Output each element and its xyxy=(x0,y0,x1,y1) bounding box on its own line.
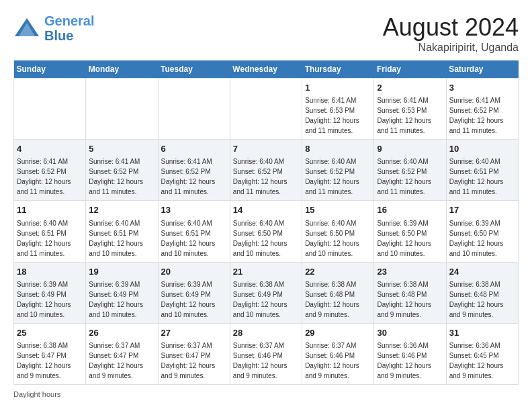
page-title: August 2024 xyxy=(383,13,519,42)
day-info: Sunrise: 6:40 AM Sunset: 6:50 PM Dayligh… xyxy=(305,220,359,257)
day-number: 5 xyxy=(89,143,154,155)
calendar-cell: 3Sunrise: 6:41 AM Sunset: 6:52 PM Daylig… xyxy=(446,79,518,140)
day-info: Sunrise: 6:41 AM Sunset: 6:52 PM Dayligh… xyxy=(17,158,71,195)
calendar-cell: 5Sunrise: 6:41 AM Sunset: 6:52 PM Daylig… xyxy=(86,140,158,201)
footer-text: Daylight hours xyxy=(13,390,60,398)
day-number: 11 xyxy=(17,204,83,216)
calendar-cell: 21Sunrise: 6:38 AM Sunset: 6:49 PM Dayli… xyxy=(230,262,302,323)
day-header-thursday: Thursday xyxy=(302,60,374,79)
week-row-4: 18Sunrise: 6:39 AM Sunset: 6:49 PM Dayli… xyxy=(14,262,519,323)
day-number: 21 xyxy=(233,266,299,278)
day-info: Sunrise: 6:41 AM Sunset: 6:52 PM Dayligh… xyxy=(449,97,504,134)
day-info: Sunrise: 6:39 AM Sunset: 6:50 PM Dayligh… xyxy=(377,220,431,257)
calendar-cell: 27Sunrise: 6:37 AM Sunset: 6:47 PM Dayli… xyxy=(158,323,230,384)
calendar-cell: 17Sunrise: 6:39 AM Sunset: 6:50 PM Dayli… xyxy=(446,201,518,262)
calendar-cell: 16Sunrise: 6:39 AM Sunset: 6:50 PM Dayli… xyxy=(374,201,446,262)
day-info: Sunrise: 6:37 AM Sunset: 6:47 PM Dayligh… xyxy=(161,342,216,379)
day-info: Sunrise: 6:40 AM Sunset: 6:52 PM Dayligh… xyxy=(377,158,431,195)
calendar-cell: 28Sunrise: 6:37 AM Sunset: 6:46 PM Dayli… xyxy=(230,323,302,384)
calendar-cell: 13Sunrise: 6:40 AM Sunset: 6:51 PM Dayli… xyxy=(158,201,230,262)
day-info: Sunrise: 6:38 AM Sunset: 6:48 PM Dayligh… xyxy=(305,281,359,318)
week-row-2: 4Sunrise: 6:41 AM Sunset: 6:52 PM Daylig… xyxy=(14,140,519,201)
day-info: Sunrise: 6:39 AM Sunset: 6:50 PM Dayligh… xyxy=(449,220,504,257)
footer: Daylight hours xyxy=(13,390,519,398)
day-info: Sunrise: 6:37 AM Sunset: 6:46 PM Dayligh… xyxy=(305,342,359,379)
day-info: Sunrise: 6:40 AM Sunset: 6:50 PM Dayligh… xyxy=(233,220,287,257)
calendar-cell: 20Sunrise: 6:39 AM Sunset: 6:49 PM Dayli… xyxy=(158,262,230,323)
day-number: 12 xyxy=(89,204,154,216)
page-header: General Blue August 2024 Nakapiripirit, … xyxy=(13,13,519,54)
calendar-cell: 23Sunrise: 6:38 AM Sunset: 6:48 PM Dayli… xyxy=(374,262,446,323)
day-header-monday: Monday xyxy=(86,60,158,79)
calendar-cell: 4Sunrise: 6:41 AM Sunset: 6:52 PM Daylig… xyxy=(14,140,86,201)
day-number: 2 xyxy=(377,82,443,94)
calendar-cell: 7Sunrise: 6:40 AM Sunset: 6:52 PM Daylig… xyxy=(230,140,302,201)
calendar-cell xyxy=(14,79,86,140)
day-info: Sunrise: 6:41 AM Sunset: 6:52 PM Dayligh… xyxy=(161,158,216,195)
day-info: Sunrise: 6:38 AM Sunset: 6:48 PM Dayligh… xyxy=(449,281,504,318)
calendar-cell: 24Sunrise: 6:38 AM Sunset: 6:48 PM Dayli… xyxy=(446,262,518,323)
day-number: 25 xyxy=(17,327,83,339)
day-info: Sunrise: 6:39 AM Sunset: 6:49 PM Dayligh… xyxy=(17,281,71,318)
day-number: 13 xyxy=(161,204,227,216)
calendar-cell: 9Sunrise: 6:40 AM Sunset: 6:52 PM Daylig… xyxy=(374,140,446,201)
calendar-table: SundayMondayTuesdayWednesdayThursdayFrid… xyxy=(13,60,519,385)
day-info: Sunrise: 6:40 AM Sunset: 6:52 PM Dayligh… xyxy=(233,158,287,195)
day-info: Sunrise: 6:39 AM Sunset: 6:49 PM Dayligh… xyxy=(161,281,216,318)
day-info: Sunrise: 6:38 AM Sunset: 6:48 PM Dayligh… xyxy=(377,281,431,318)
logo: General Blue xyxy=(13,13,94,43)
day-number: 28 xyxy=(233,327,299,339)
calendar-cell: 30Sunrise: 6:36 AM Sunset: 6:46 PM Dayli… xyxy=(374,323,446,384)
day-header-tuesday: Tuesday xyxy=(158,60,230,79)
calendar-cell: 25Sunrise: 6:38 AM Sunset: 6:47 PM Dayli… xyxy=(14,323,86,384)
day-info: Sunrise: 6:36 AM Sunset: 6:46 PM Dayligh… xyxy=(377,342,431,379)
day-info: Sunrise: 6:37 AM Sunset: 6:47 PM Dayligh… xyxy=(89,342,143,379)
day-number: 7 xyxy=(233,143,299,155)
day-header-saturday: Saturday xyxy=(446,60,518,79)
day-number: 30 xyxy=(377,327,443,339)
day-number: 17 xyxy=(449,204,515,216)
day-header-sunday: Sunday xyxy=(14,60,86,79)
day-info: Sunrise: 6:41 AM Sunset: 6:53 PM Dayligh… xyxy=(305,97,359,134)
calendar-cell: 12Sunrise: 6:40 AM Sunset: 6:51 PM Dayli… xyxy=(86,201,158,262)
day-number: 27 xyxy=(161,327,227,339)
day-number: 20 xyxy=(161,266,227,278)
calendar-cell: 6Sunrise: 6:41 AM Sunset: 6:52 PM Daylig… xyxy=(158,140,230,201)
calendar-cell: 14Sunrise: 6:40 AM Sunset: 6:50 PM Dayli… xyxy=(230,201,302,262)
calendar-cell: 1Sunrise: 6:41 AM Sunset: 6:53 PM Daylig… xyxy=(302,79,374,140)
calendar-cell: 15Sunrise: 6:40 AM Sunset: 6:50 PM Dayli… xyxy=(302,201,374,262)
day-info: Sunrise: 6:40 AM Sunset: 6:51 PM Dayligh… xyxy=(449,158,504,195)
title-block: August 2024 Nakapiripirit, Uganda xyxy=(383,13,519,54)
day-number: 18 xyxy=(17,266,83,278)
day-number: 23 xyxy=(377,266,443,278)
logo-line1: General xyxy=(44,13,94,28)
page-subtitle: Nakapiripirit, Uganda xyxy=(383,42,519,54)
calendar-cell: 31Sunrise: 6:36 AM Sunset: 6:45 PM Dayli… xyxy=(446,323,518,384)
day-number: 10 xyxy=(449,143,515,155)
calendar-cell: 18Sunrise: 6:39 AM Sunset: 6:49 PM Dayli… xyxy=(14,262,86,323)
calendar-cell xyxy=(86,79,158,140)
day-info: Sunrise: 6:41 AM Sunset: 6:52 PM Dayligh… xyxy=(89,158,143,195)
day-info: Sunrise: 6:40 AM Sunset: 6:51 PM Dayligh… xyxy=(17,220,71,257)
day-number: 22 xyxy=(305,266,371,278)
week-row-1: 1Sunrise: 6:41 AM Sunset: 6:53 PM Daylig… xyxy=(14,79,519,140)
calendar-cell: 26Sunrise: 6:37 AM Sunset: 6:47 PM Dayli… xyxy=(86,323,158,384)
day-info: Sunrise: 6:36 AM Sunset: 6:45 PM Dayligh… xyxy=(449,342,504,379)
day-info: Sunrise: 6:41 AM Sunset: 6:53 PM Dayligh… xyxy=(377,97,431,134)
calendar-cell: 8Sunrise: 6:40 AM Sunset: 6:52 PM Daylig… xyxy=(302,140,374,201)
week-row-5: 25Sunrise: 6:38 AM Sunset: 6:47 PM Dayli… xyxy=(14,323,519,384)
logo-text: General Blue xyxy=(44,13,94,43)
day-header-friday: Friday xyxy=(374,60,446,79)
day-info: Sunrise: 6:40 AM Sunset: 6:51 PM Dayligh… xyxy=(89,220,143,257)
day-number: 9 xyxy=(377,143,443,155)
day-number: 24 xyxy=(449,266,515,278)
header-row: SundayMondayTuesdayWednesdayThursdayFrid… xyxy=(14,60,519,79)
logo-icon xyxy=(13,15,40,42)
day-number: 3 xyxy=(449,82,515,94)
day-number: 16 xyxy=(377,204,443,216)
calendar-cell: 22Sunrise: 6:38 AM Sunset: 6:48 PM Dayli… xyxy=(302,262,374,323)
day-info: Sunrise: 6:38 AM Sunset: 6:47 PM Dayligh… xyxy=(17,342,71,379)
day-number: 1 xyxy=(305,82,371,94)
calendar-cell: 2Sunrise: 6:41 AM Sunset: 6:53 PM Daylig… xyxy=(374,79,446,140)
logo-line2: Blue xyxy=(44,28,73,43)
